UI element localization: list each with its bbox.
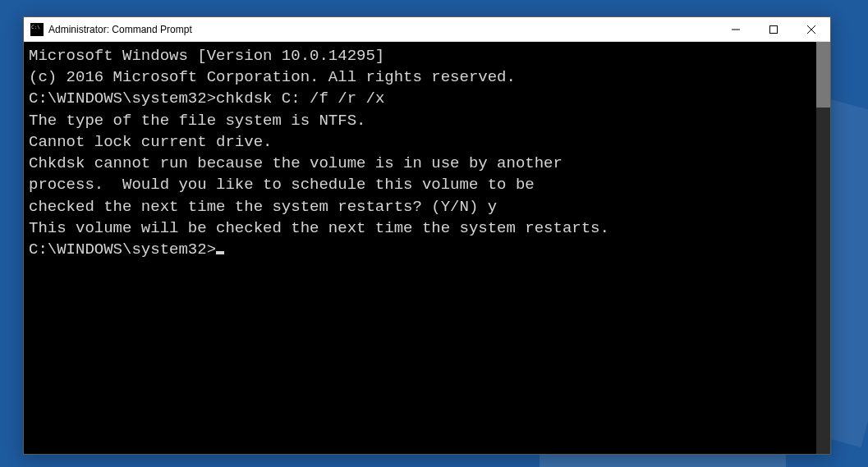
- prompt-text: C:\WINDOWS\system32>: [29, 240, 216, 259]
- maximize-button[interactable]: [755, 17, 792, 41]
- console-area[interactable]: Microsoft Windows [Version 10.0.14295](c…: [24, 42, 830, 454]
- prompt-text: C:\WINDOWS\system32>: [29, 89, 216, 108]
- output-line: Chkdsk cannot run because the volume is …: [29, 153, 811, 174]
- cursor: [216, 251, 224, 254]
- maximize-icon: [769, 25, 778, 34]
- close-icon: [807, 25, 815, 34]
- output-line: checked the next time the system restart…: [29, 196, 811, 217]
- titlebar[interactable]: Administrator: Command Prompt: [24, 17, 830, 42]
- scrollbar-thumb[interactable]: [816, 42, 830, 108]
- vertical-scrollbar[interactable]: [816, 42, 830, 454]
- output-line: This volume will be checked the next tim…: [29, 217, 811, 239]
- current-prompt-line: C:\WINDOWS\system32>: [29, 239, 811, 260]
- minimize-button[interactable]: [717, 17, 755, 41]
- close-button[interactable]: [792, 17, 830, 41]
- output-line: C:\WINDOWS\system32>chkdsk C: /f /r /x: [29, 88, 811, 109]
- minimize-icon: [732, 25, 740, 34]
- window-controls: [717, 17, 830, 41]
- window-title: Administrator: Command Prompt: [48, 24, 717, 35]
- output-line: Cannot lock current drive.: [29, 131, 811, 153]
- console-output[interactable]: Microsoft Windows [Version 10.0.14295](c…: [24, 42, 816, 454]
- output-line: Microsoft Windows [Version 10.0.14295]: [29, 45, 811, 66]
- svg-rect-1: [770, 25, 778, 33]
- command-text: chkdsk C: /f /r /x: [216, 89, 384, 108]
- output-line: (c) 2016 Microsoft Corporation. All righ…: [29, 66, 811, 88]
- command-prompt-window: Administrator: Command Prompt Microsoft …: [23, 16, 831, 455]
- cmd-icon: [30, 23, 44, 36]
- output-line: process. Would you like to schedule this…: [29, 174, 811, 195]
- output-line: The type of the file system is NTFS.: [29, 110, 811, 131]
